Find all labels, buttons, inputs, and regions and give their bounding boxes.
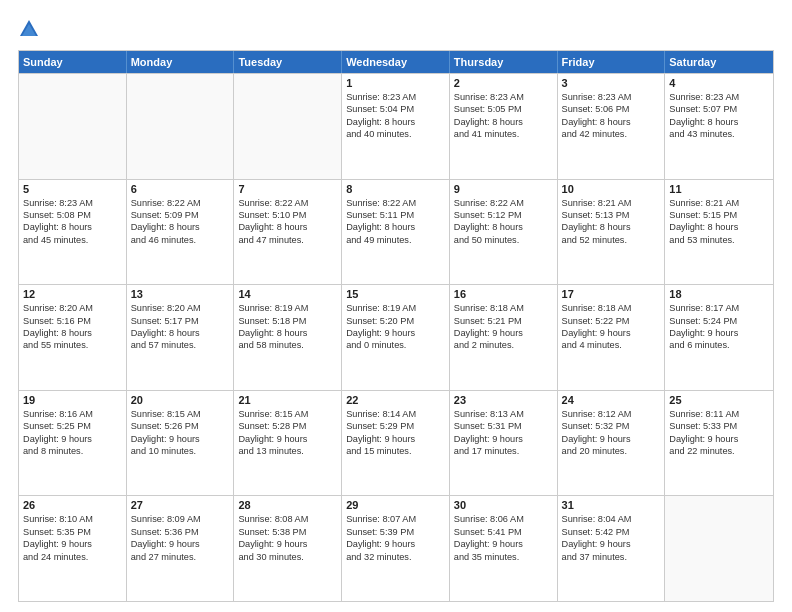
cell-line: Sunrise: 8:09 AM [131,513,230,525]
page: SundayMondayTuesdayWednesdayThursdayFrid… [0,0,792,612]
day-number: 29 [346,499,445,511]
calendar-cell-31: 31Sunrise: 8:04 AMSunset: 5:42 PMDayligh… [558,496,666,601]
cell-line: and 55 minutes. [23,339,122,351]
calendar-cell-8: 8Sunrise: 8:22 AMSunset: 5:11 PMDaylight… [342,180,450,285]
day-number: 4 [669,77,769,89]
cell-line: Sunrise: 8:19 AM [346,302,445,314]
cell-line: Sunrise: 8:23 AM [669,91,769,103]
cell-line: and 37 minutes. [562,551,661,563]
calendar-cell-26: 26Sunrise: 8:10 AMSunset: 5:35 PMDayligh… [19,496,127,601]
day-number: 3 [562,77,661,89]
calendar-row-3: 19Sunrise: 8:16 AMSunset: 5:25 PMDayligh… [19,390,773,496]
calendar-cell-5: 5Sunrise: 8:23 AMSunset: 5:08 PMDaylight… [19,180,127,285]
day-header-tuesday: Tuesday [234,51,342,73]
cell-line: and 15 minutes. [346,445,445,457]
day-number: 24 [562,394,661,406]
cell-line: Sunset: 5:09 PM [131,209,230,221]
cell-line: Daylight: 8 hours [454,116,553,128]
cell-line: Sunrise: 8:12 AM [562,408,661,420]
calendar-cell-14: 14Sunrise: 8:19 AMSunset: 5:18 PMDayligh… [234,285,342,390]
cell-line: Daylight: 9 hours [562,538,661,550]
cell-line: Daylight: 8 hours [238,327,337,339]
cell-line: Sunset: 5:12 PM [454,209,553,221]
cell-line: Sunset: 5:06 PM [562,103,661,115]
day-number: 19 [23,394,122,406]
cell-line: Sunset: 5:16 PM [23,315,122,327]
day-number: 28 [238,499,337,511]
cell-line: Sunrise: 8:14 AM [346,408,445,420]
calendar-cell-15: 15Sunrise: 8:19 AMSunset: 5:20 PMDayligh… [342,285,450,390]
cell-line: Daylight: 9 hours [131,538,230,550]
cell-line: Sunset: 5:04 PM [346,103,445,115]
cell-line: and 8 minutes. [23,445,122,457]
cell-line: and 46 minutes. [131,234,230,246]
cell-line: and 35 minutes. [454,551,553,563]
cell-line: Daylight: 9 hours [669,327,769,339]
cell-line: Sunrise: 8:21 AM [562,197,661,209]
cell-line: Sunset: 5:11 PM [346,209,445,221]
calendar-body: 1Sunrise: 8:23 AMSunset: 5:04 PMDaylight… [19,73,773,601]
cell-line: and 0 minutes. [346,339,445,351]
logo-icon [18,18,40,40]
cell-line: Daylight: 9 hours [238,433,337,445]
day-number: 26 [23,499,122,511]
cell-line: Sunset: 5:10 PM [238,209,337,221]
cell-line: Daylight: 8 hours [669,116,769,128]
cell-line: Sunrise: 8:17 AM [669,302,769,314]
cell-line: Sunset: 5:35 PM [23,526,122,538]
day-number: 9 [454,183,553,195]
day-number: 12 [23,288,122,300]
day-header-monday: Monday [127,51,235,73]
day-number: 13 [131,288,230,300]
cell-line: and 27 minutes. [131,551,230,563]
day-number: 30 [454,499,553,511]
cell-line: Sunset: 5:22 PM [562,315,661,327]
cell-line: Sunset: 5:20 PM [346,315,445,327]
cell-line: Sunset: 5:24 PM [669,315,769,327]
cell-line: and 4 minutes. [562,339,661,351]
day-number: 8 [346,183,445,195]
calendar-cell-empty-0-0 [19,74,127,179]
calendar: SundayMondayTuesdayWednesdayThursdayFrid… [18,50,774,602]
calendar-cell-11: 11Sunrise: 8:21 AMSunset: 5:15 PMDayligh… [665,180,773,285]
day-number: 1 [346,77,445,89]
cell-line: and 58 minutes. [238,339,337,351]
calendar-cell-19: 19Sunrise: 8:16 AMSunset: 5:25 PMDayligh… [19,391,127,496]
day-number: 25 [669,394,769,406]
cell-line: Daylight: 9 hours [454,327,553,339]
cell-line: Sunrise: 8:18 AM [562,302,661,314]
cell-line: Sunset: 5:33 PM [669,420,769,432]
calendar-cell-16: 16Sunrise: 8:18 AMSunset: 5:21 PMDayligh… [450,285,558,390]
cell-line: Daylight: 8 hours [346,221,445,233]
calendar-cell-22: 22Sunrise: 8:14 AMSunset: 5:29 PMDayligh… [342,391,450,496]
cell-line: Daylight: 9 hours [238,538,337,550]
cell-line: Sunrise: 8:23 AM [23,197,122,209]
calendar-cell-30: 30Sunrise: 8:06 AMSunset: 5:41 PMDayligh… [450,496,558,601]
calendar-cell-6: 6Sunrise: 8:22 AMSunset: 5:09 PMDaylight… [127,180,235,285]
cell-line: and 43 minutes. [669,128,769,140]
cell-line: Sunrise: 8:19 AM [238,302,337,314]
cell-line: Daylight: 8 hours [23,221,122,233]
calendar-cell-24: 24Sunrise: 8:12 AMSunset: 5:32 PMDayligh… [558,391,666,496]
calendar-cell-12: 12Sunrise: 8:20 AMSunset: 5:16 PMDayligh… [19,285,127,390]
calendar-row-2: 12Sunrise: 8:20 AMSunset: 5:16 PMDayligh… [19,284,773,390]
cell-line: and 24 minutes. [23,551,122,563]
cell-line: Daylight: 8 hours [131,327,230,339]
calendar-cell-20: 20Sunrise: 8:15 AMSunset: 5:26 PMDayligh… [127,391,235,496]
calendar-row-4: 26Sunrise: 8:10 AMSunset: 5:35 PMDayligh… [19,495,773,601]
cell-line: Sunrise: 8:04 AM [562,513,661,525]
cell-line: and 17 minutes. [454,445,553,457]
cell-line: Daylight: 8 hours [346,116,445,128]
cell-line: and 42 minutes. [562,128,661,140]
calendar-row-0: 1Sunrise: 8:23 AMSunset: 5:04 PMDaylight… [19,73,773,179]
cell-line: Sunset: 5:31 PM [454,420,553,432]
day-number: 11 [669,183,769,195]
cell-line: Sunset: 5:21 PM [454,315,553,327]
calendar-cell-21: 21Sunrise: 8:15 AMSunset: 5:28 PMDayligh… [234,391,342,496]
calendar-cell-9: 9Sunrise: 8:22 AMSunset: 5:12 PMDaylight… [450,180,558,285]
cell-line: Daylight: 9 hours [131,433,230,445]
cell-line: Daylight: 9 hours [23,538,122,550]
cell-line: Sunrise: 8:21 AM [669,197,769,209]
header [18,18,774,40]
day-header-thursday: Thursday [450,51,558,73]
